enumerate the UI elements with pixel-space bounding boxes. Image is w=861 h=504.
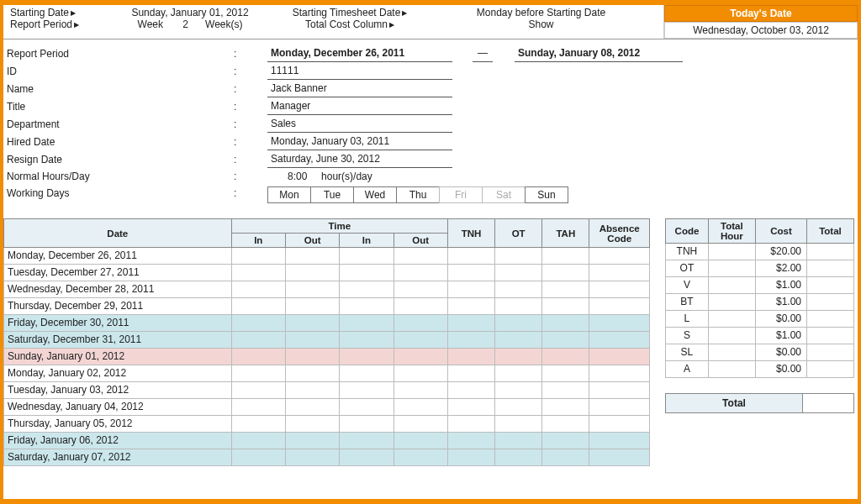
table-row: S$1.00: [666, 328, 854, 344]
col-out2: Out: [394, 234, 447, 248]
date-cell[interactable]: Saturday, December 31, 2011: [4, 332, 232, 349]
top-bar: Starting Date Sunday, January 01, 2012 S…: [3, 5, 858, 39]
code-cell: V: [666, 277, 709, 294]
code-cell: OT: [666, 260, 709, 277]
col-total-hour: Total Hour: [708, 219, 755, 244]
todays-date-panel: Today's Date Wednesday, October 03, 2012: [664, 5, 858, 39]
id-label: ID: [7, 63, 234, 80]
table-row[interactable]: Saturday, January 07, 2012: [4, 449, 650, 466]
table-row: BT$1.00: [666, 294, 854, 311]
date-cell[interactable]: Tuesday, December 27, 2011: [4, 265, 232, 281]
report-period-info-label: Report Period: [7, 45, 234, 62]
weeks-label: Week(s): [205, 18, 242, 30]
col-in2: In: [340, 234, 394, 248]
table-row[interactable]: Sunday, January 01, 2012: [4, 349, 650, 365]
cost-cell[interactable]: $2.00: [755, 260, 806, 277]
settings-panel: Starting Date Sunday, January 01, 2012 S…: [3, 5, 664, 39]
date-cell[interactable]: Monday, January 02, 2012: [4, 365, 232, 382]
dept-label: Department: [7, 116, 234, 133]
cost-cell[interactable]: $1.00: [755, 294, 806, 311]
total-cost-value[interactable]: Show: [425, 18, 657, 30]
name-label: Name: [7, 81, 234, 97]
grand-total-box: Total: [665, 393, 854, 413]
date-cell[interactable]: Thursday, December 29, 2011: [4, 298, 232, 315]
day-sat[interactable]: Sat: [482, 186, 526, 203]
title-value[interactable]: Manager: [267, 97, 452, 115]
col-code: Code: [666, 219, 709, 244]
report-period-label: Report Period: [10, 18, 79, 30]
date-cell[interactable]: Tuesday, January 03, 2012: [4, 382, 232, 399]
table-row[interactable]: Thursday, January 05, 2012: [4, 416, 650, 433]
table-row: TNH$20.00: [666, 244, 854, 260]
cost-cell[interactable]: $0.00: [755, 344, 806, 361]
date-cell[interactable]: Friday, January 06, 2012: [4, 433, 232, 449]
day-tue[interactable]: Tue: [310, 186, 354, 203]
code-cell: L: [666, 311, 709, 328]
table-row: A$0.00: [666, 361, 854, 378]
hours-value[interactable]: 8:00: [288, 171, 307, 182]
cost-cell[interactable]: $0.00: [755, 361, 806, 378]
table-row[interactable]: Tuesday, January 03, 2012: [4, 382, 650, 399]
day-wed[interactable]: Wed: [353, 186, 397, 203]
cost-cell[interactable]: $1.00: [755, 277, 806, 294]
col-out1: Out: [285, 234, 339, 248]
starting-date-label: Starting Date: [10, 7, 76, 18]
employee-info: Report Period : Monday, December 26, 201…: [3, 39, 858, 208]
code-cell: SL: [666, 344, 709, 361]
cost-cell[interactable]: $20.00: [755, 244, 806, 260]
table-row[interactable]: Monday, January 02, 2012: [4, 365, 650, 382]
table-row[interactable]: Wednesday, January 04, 2012: [4, 399, 650, 416]
day-fri[interactable]: Fri: [439, 186, 483, 203]
hired-value[interactable]: Monday, January 03, 2011: [267, 133, 452, 150]
hours-unit: hour(s)/day: [321, 171, 372, 182]
table-row[interactable]: Monday, December 26, 2011: [4, 248, 650, 265]
date-cell[interactable]: Thursday, January 05, 2012: [4, 416, 232, 433]
table-row[interactable]: Tuesday, December 27, 2011: [4, 265, 650, 281]
starting-date-value[interactable]: Sunday, January 01, 2012: [106, 7, 274, 18]
table-row[interactable]: Friday, January 06, 2012: [4, 433, 650, 449]
table-row: L$0.00: [666, 311, 854, 328]
working-days-label: Working Days: [7, 185, 234, 202]
todays-date-value: Wednesday, October 03, 2012: [664, 22, 858, 39]
date-cell[interactable]: Sunday, January 01, 2012: [4, 349, 232, 365]
dept-value[interactable]: Sales: [267, 115, 452, 133]
todays-date-header: Today's Date: [664, 5, 858, 22]
table-row[interactable]: Friday, December 30, 2011: [4, 315, 650, 332]
date-cell[interactable]: Wednesday, January 04, 2012: [4, 399, 232, 416]
table-row: V$1.00: [666, 277, 854, 294]
table-row: SL$0.00: [666, 344, 854, 361]
grand-total-value: [803, 394, 853, 412]
grand-total-label: Total: [666, 394, 803, 412]
table-row[interactable]: Saturday, December 31, 2011: [4, 332, 650, 349]
table-row[interactable]: Wednesday, December 28, 2011: [4, 281, 650, 298]
cost-cell[interactable]: $0.00: [755, 311, 806, 328]
working-days-row: MonTueWedThuFriSatSun: [267, 186, 858, 203]
starting-ts-value[interactable]: Monday before Starting Date: [425, 7, 657, 18]
week-value[interactable]: 2: [182, 18, 188, 30]
name-value[interactable]: Jack Banner: [267, 80, 452, 97]
id-value[interactable]: 11111: [267, 62, 452, 80]
date-cell[interactable]: Friday, December 30, 2011: [4, 315, 232, 332]
code-cell: S: [666, 328, 709, 344]
hired-label: Hired Date: [7, 134, 234, 150]
timesheet-table: Date Time TNH OT TAH Absence Code In Out…: [3, 218, 650, 466]
day-sun[interactable]: Sun: [525, 186, 568, 203]
date-cell[interactable]: Saturday, January 07, 2012: [4, 449, 232, 466]
day-mon[interactable]: Mon: [267, 186, 311, 203]
code-cell: BT: [666, 294, 709, 311]
col-date: Date: [4, 219, 232, 248]
cost-cell[interactable]: $1.00: [755, 328, 806, 344]
report-period-from: Monday, December 26, 2011: [267, 45, 452, 62]
week-label: Week: [138, 18, 163, 30]
col-cost: Cost: [755, 219, 806, 244]
starting-ts-label: Starting Timesheet Date: [293, 7, 408, 18]
resign-value[interactable]: Saturday, June 30, 2012: [267, 150, 452, 168]
date-cell[interactable]: Monday, December 26, 2011: [4, 248, 232, 265]
total-cost-label: Total Cost Column: [305, 18, 394, 30]
title-label: Title: [7, 98, 234, 115]
day-thu[interactable]: Thu: [396, 186, 440, 203]
col-absence: Absence Code: [589, 219, 650, 248]
table-row[interactable]: Thursday, December 29, 2011: [4, 298, 650, 315]
date-cell[interactable]: Wednesday, December 28, 2011: [4, 281, 232, 298]
dash-icon: —: [473, 45, 493, 62]
